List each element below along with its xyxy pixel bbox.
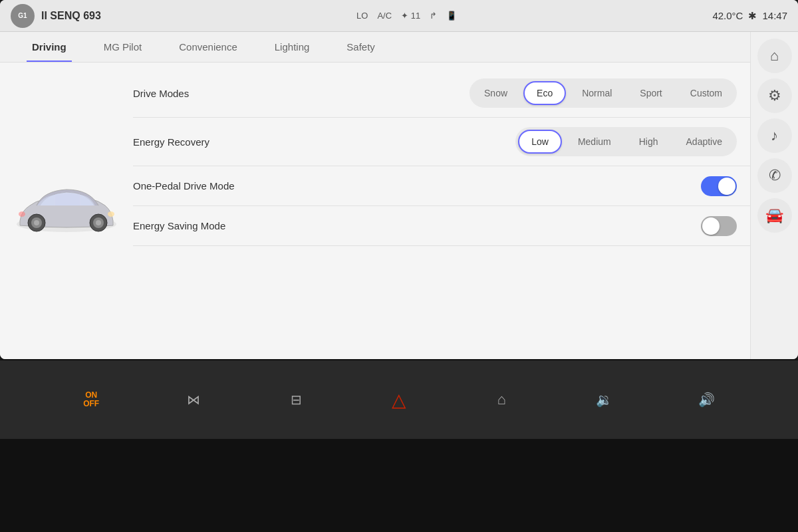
energy-recovery-label: Energy Recovery [133,136,279,148]
header-bar: G1 II SENQ 693 LO A/C ✦ 11 ↱ 📱 42.0°C ✱ … [0,0,798,32]
car-image-area [0,69,133,352]
recovery-adaptive[interactable]: Adaptive [674,130,734,154]
recovery-medium[interactable]: Medium [566,130,623,154]
one-pedal-control [279,176,737,196]
energy-saving-knob [702,217,720,235]
phone-icon: 📱 [446,11,457,21]
svg-point-8 [19,211,25,217]
phys-home-button[interactable]: ⌂ [481,380,521,420]
mode-sport[interactable]: Sport [628,81,674,105]
tab-safety[interactable]: Safety [328,32,394,62]
drive-modes-control: Snow Eco Normal Sport Custom [279,78,737,108]
sidebar: ⌂ ⚙ ♪ ✆ 🚘 [750,32,798,359]
fan-speed: ✦ 11 [401,11,420,21]
phys-vol-down-button[interactable]: 🔉 [585,380,624,420]
mode-snow[interactable]: Snow [472,81,519,105]
energy-saving-control [279,216,737,236]
tab-lighting[interactable]: Lighting [256,32,329,62]
recovery-high[interactable]: High [627,130,670,154]
energy-saving-row: Energy Saving Mode [133,206,750,246]
drive-modes-label: Drive Modes [133,88,279,99]
clock: 14:47 [762,10,787,21]
content-area: Driving MG Pilot Convenience Lighting Sa… [0,32,798,359]
bluetooth-icon: ✱ [748,10,757,22]
physical-buttons-bar: ONOFF ⋈ ⊟ △ ⌂ 🔉 🔊 [0,359,798,439]
bottom-strip [0,439,798,532]
svg-point-6 [96,220,101,225]
phys-defrost-rear-button[interactable]: ⊟ [277,380,317,420]
sidebar-phone-button[interactable]: ✆ [757,158,792,193]
settings-content: Drive Modes Snow Eco Normal Sport Custom [0,63,750,359]
phys-on-off-button[interactable]: ONOFF [71,380,111,420]
one-pedal-row: One-Pedal Drive Mode [133,166,750,206]
sidebar-music-button[interactable]: ♪ [757,118,792,153]
phys-hazard-button[interactable]: △ [379,380,419,420]
svg-point-7 [108,211,114,217]
drive-modes-row: Drive Modes Snow Eco Normal Sport Custom [133,69,750,118]
phys-defrost-front-button[interactable]: ⋈ [174,380,213,420]
route-icon: ↱ [430,11,437,21]
mode-normal[interactable]: Normal [570,81,624,105]
main-panel: Driving MG Pilot Convenience Lighting Sa… [0,32,750,359]
tab-mg-pilot[interactable]: MG Pilot [85,32,161,62]
one-pedal-label: One-Pedal Drive Mode [133,180,279,192]
header-right: 42.0°C ✱ 14:47 [712,10,787,22]
climate-mode: LO [356,11,368,21]
header-left: G1 II SENQ 693 [11,4,101,28]
energy-saving-toggle[interactable] [701,216,737,236]
mode-custom[interactable]: Custom [678,81,734,105]
drive-mode-buttons: Snow Eco Normal Sport Custom [469,78,737,108]
mode-eco[interactable]: Eco [523,81,566,105]
recovery-buttons: Low Medium High Adaptive [515,127,737,156]
ac-label: A/C [377,11,392,21]
sidebar-home-button[interactable]: ⌂ [757,39,792,73]
car-id: II SENQ 693 [41,10,101,22]
phys-vol-up-button[interactable]: 🔊 [687,380,727,420]
car-illustration [7,171,126,251]
energy-recovery-row: Energy Recovery Low Medium High Adaptive [133,118,750,166]
tab-convenience[interactable]: Convenience [160,32,256,62]
settings-rows: Drive Modes Snow Eco Normal Sport Custom [133,69,750,352]
sidebar-car-button[interactable]: 🚘 [757,198,792,233]
tabs-bar: Driving MG Pilot Convenience Lighting Sa… [0,32,750,63]
energy-saving-label: Energy Saving Mode [133,220,279,231]
main-screen: G1 II SENQ 693 LO A/C ✦ 11 ↱ 📱 42.0°C ✱ … [0,0,798,359]
tab-driving[interactable]: Driving [13,32,85,62]
sidebar-settings-button[interactable]: ⚙ [757,78,792,113]
one-pedal-knob [718,178,735,195]
climate-info: LO A/C ✦ 11 ↱ 📱 [356,11,457,21]
energy-recovery-control: Low Medium High Adaptive [279,127,737,156]
svg-point-3 [34,220,39,225]
logo: G1 [11,4,35,28]
one-pedal-toggle[interactable] [701,176,737,196]
recovery-low[interactable]: Low [518,130,562,154]
temperature: 42.0°C [712,10,743,21]
